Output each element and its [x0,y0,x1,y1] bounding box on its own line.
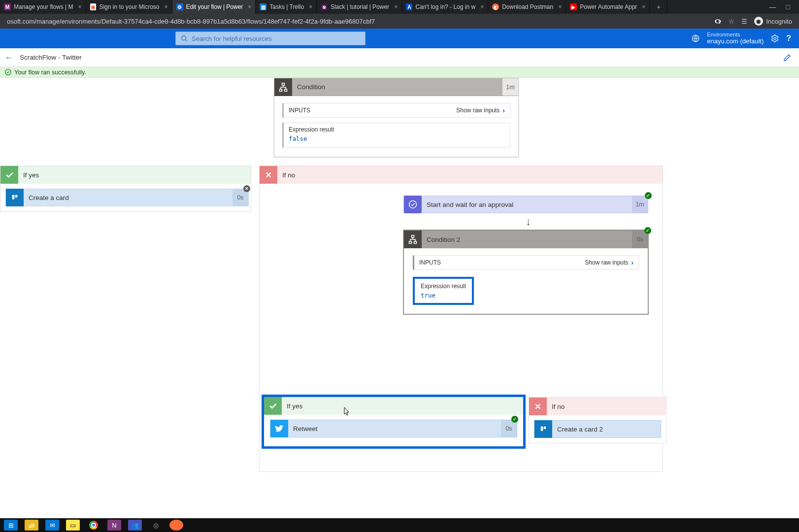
status-skipped-icon: ✕ [243,185,250,192]
expression-value: true [421,292,466,299]
tab-label: Can't log in? - Log in w [415,3,475,10]
approval-icon [404,196,422,213]
close-icon[interactable]: × [78,3,82,10]
mail-icon[interactable]: ✉ [45,520,59,531]
check-circle-icon [5,69,11,75]
success-banner: Your flow ran successfully. [0,67,799,78]
twitter-icon [270,420,288,437]
svg-point-3 [774,37,776,40]
tab-slack[interactable]: ※Slack | tutorial | Power× [317,0,402,14]
close-icon[interactable]: × [309,3,312,10]
settings-gear-icon[interactable] [770,34,779,43]
tab-label: Download Postman [502,3,553,10]
search-icon [181,35,188,42]
expression-result-box: Expression result false [282,123,510,148]
url-text[interactable]: osoft.com/manage/environments/Default-37… [7,18,714,25]
tab-label: Manage your flows | M [14,3,73,10]
reading-list-icon[interactable]: ☰ [741,18,747,25]
condition-icon [404,231,422,248]
mouse-cursor-icon [342,407,350,417]
svg-rect-14 [414,241,417,243]
sticky-notes-icon[interactable]: ▭ [66,520,80,531]
close-icon[interactable]: × [248,3,251,10]
close-icon[interactable]: × [165,3,168,10]
tab-manage-flows[interactable]: MManage your flows | M× [0,0,86,14]
tab-trello[interactable]: ▥Tasks | Trello× [256,0,317,14]
check-icon [0,166,18,184]
tab-edit-flow[interactable]: ⚙Edit your flow | Power× [172,0,256,14]
window-maximize-icon[interactable]: □ [786,3,790,11]
status-success-icon: ✓ [511,416,518,423]
flow-canvas[interactable]: Condition 1m INPUTS Show raw inputs› Exp… [0,78,799,518]
tab-label: Slack | tutorial | Power [331,3,389,10]
chrome-icon[interactable] [87,520,100,531]
window-minimize-icon[interactable]: — [769,3,776,11]
approval-action[interactable]: Start and wait for an approval 1m ✓ [403,196,648,213]
action-title: Start and wait for an approval [422,201,513,208]
action-title: Create a card 2 [552,426,603,433]
action-title: Create a card [24,194,69,201]
tab-youtube[interactable]: ▶Power Automate Appr× [566,0,650,14]
back-arrow-icon[interactable]: ← [5,53,13,62]
postman-icon[interactable] [169,520,183,531]
if-no-branch[interactable]: If no Start and wait for an approval 1m … [259,166,663,472]
create-card-action[interactable]: Create a card 0s ✕ [5,189,249,206]
condition-2-card[interactable]: ✓ Condition 2 0s INPUTS Show raw inputs›… [403,230,648,314]
duration-label: 1m [632,196,648,213]
environment-text[interactable]: Environments enayu.com (default) [707,32,764,45]
close-icon[interactable]: × [480,3,484,10]
card-title: Condition [292,83,325,91]
tab-atlassian[interactable]: ACan't log in? - Log in w× [402,0,488,14]
tab-label: Tasks | Trello [269,3,304,10]
svg-rect-16 [541,427,543,431]
card-title: Condition 2 [422,236,460,243]
windows-taskbar: ⊞ 📁 ✉ ▭ N 👥 ◎ [0,518,799,532]
breadcrumb-bar: ← ScratchFlow - Twitter [0,48,799,67]
svg-rect-13 [409,241,412,243]
svg-rect-7 [285,89,287,91]
tracking-off-icon[interactable]: 👁‍🗨 [714,18,722,25]
if-yes-branch[interactable]: If yes Create a card 0s ✕ [0,166,251,212]
tab-label: Edit your flow | Power [186,3,243,10]
incognito-indicator: ◉Incognito [754,17,792,26]
search-placeholder: Search for helpful resources [192,35,272,42]
tab-signin[interactable]: ▦Sign in to your Microso× [86,0,172,14]
new-tab-button[interactable]: ＋ [650,0,667,14]
condition-card[interactable]: Condition 1m INPUTS Show raw inputs› Exp… [274,78,519,157]
show-raw-inputs-link[interactable]: Show raw inputs› [585,259,633,266]
explorer-icon[interactable]: 📁 [25,520,38,531]
svg-rect-10 [15,195,18,198]
close-icon[interactable]: × [394,3,398,10]
svg-rect-6 [280,89,282,91]
svg-rect-5 [282,83,285,85]
condition-icon [274,78,292,96]
chevron-right-icon: › [502,106,505,114]
search-input[interactable]: Search for helpful resources [175,32,366,45]
inputs-header[interactable]: INPUTS Show raw inputs› [282,103,510,118]
browser-tab-bar: MManage your flows | M× ▦Sign in to your… [0,0,799,14]
if-yes-branch-2[interactable]: If yes Retweet 0s ✓ [262,395,526,449]
flow-title: ScratchFlow - Twitter [20,54,82,61]
bookmark-star-icon[interactable]: ☆ [729,18,734,25]
retweet-action[interactable]: Retweet 0s [270,420,517,437]
help-icon[interactable]: ? [786,34,791,43]
start-button[interactable]: ⊞ [4,520,18,531]
svg-point-11 [409,201,417,208]
edit-pencil-icon[interactable] [783,54,794,62]
expression-value: false [289,135,505,142]
close-icon[interactable]: × [558,3,562,10]
environment-icon[interactable] [691,34,700,43]
inputs-header[interactable]: INPUTS Show raw inputs› [413,255,639,270]
if-no-branch-2[interactable]: If no Create a card 2 [529,397,666,443]
show-raw-inputs-link[interactable]: Show raw inputs› [456,106,505,114]
branch-title: If yes [282,402,302,410]
tab-postman[interactable]: ◐Download Postman× [488,0,566,14]
tab-label: Power Automate Appr [580,3,637,10]
close-icon[interactable]: × [642,3,645,10]
create-card-2-action[interactable]: Create a card 2 [534,420,661,438]
teams-icon[interactable]: 👥 [128,520,142,531]
action-title: Retweet [288,425,318,432]
obs-icon[interactable]: ◎ [149,520,163,531]
svg-line-1 [186,40,188,42]
onenote-icon[interactable]: N [107,520,121,531]
